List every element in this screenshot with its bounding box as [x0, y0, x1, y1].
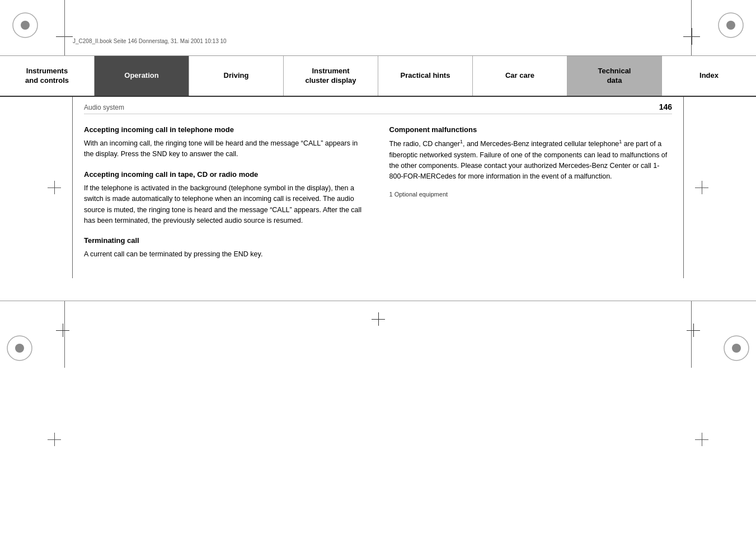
nav-item-technical-data[interactable]: Technical data	[567, 56, 662, 96]
left-column: Accepting incoming call in telephone mod…	[84, 125, 367, 267]
bottom-border-area	[0, 301, 756, 368]
nav-item-operation[interactable]: Operation	[95, 56, 189, 96]
content-area: Audio system 146 Accepting incoming call…	[73, 97, 683, 278]
nav-item-instrument-cluster[interactable]: Instrument cluster display	[284, 56, 378, 96]
right-margin	[683, 97, 756, 278]
top-right-ornament	[717, 11, 745, 39]
right-vertical-line	[691, 0, 692, 55]
section-header-row: Audio system 146	[84, 102, 672, 114]
top-border-area: J_C208_II.book Seite 146 Donnerstag, 31.…	[0, 0, 756, 56]
crosshair-bottom-center	[372, 312, 385, 326]
crosshair-bottom-left	[48, 433, 61, 446]
content-columns: Accepting incoming call in telephone mod…	[84, 125, 672, 267]
right-column: Component malfunctions The radio, CD cha…	[389, 125, 673, 267]
left-margin	[0, 97, 73, 278]
svg-point-7	[732, 344, 741, 353]
crosshair-mid-right	[695, 181, 708, 194]
nav-item-instruments[interactable]: Instruments and controls	[0, 56, 95, 96]
svg-point-5	[15, 344, 24, 353]
nav-item-practical-hints[interactable]: Practical hints	[378, 56, 473, 96]
crosshair-bottom-right	[695, 433, 708, 446]
heading-incoming-telephone: Accepting incoming call in telephone mod…	[84, 125, 367, 134]
nav-item-driving[interactable]: Driving	[189, 56, 284, 96]
heading-terminating: Terminating call	[84, 236, 367, 245]
crosshair-bottom-right-outer	[687, 324, 700, 337]
crosshair-bottom-left-outer	[56, 324, 69, 337]
main-content: Audio system 146 Accepting incoming call…	[0, 97, 756, 278]
heading-incoming-tape: Accepting incoming call in tape, CD or r…	[84, 170, 367, 179]
nav-item-index[interactable]: Index	[662, 56, 756, 96]
para-terminating: A current call can be terminated by pres…	[84, 249, 367, 260]
para-malfunctions: The radio, CD changer1, and Mercedes-Ben…	[389, 138, 673, 182]
file-info: J_C208_II.book Seite 146 Donnerstag, 31.…	[73, 38, 227, 44]
section-label: Audio system	[84, 104, 124, 111]
heading-malfunctions: Component malfunctions	[389, 125, 673, 134]
crosshair-mid-left	[48, 181, 61, 194]
crosshair-top-right	[683, 28, 700, 45]
bottom-left-ornament	[6, 334, 34, 362]
page-number: 146	[659, 102, 672, 111]
nav-item-car-care[interactable]: Car care	[473, 56, 567, 96]
top-left-ornament	[11, 11, 39, 39]
bottom-right-ornament	[722, 334, 750, 362]
svg-point-1	[21, 21, 30, 30]
para-incoming-tape: If the telephone is activated in the bac…	[84, 183, 367, 227]
svg-point-3	[726, 21, 735, 30]
navigation-bar: Instruments and controls Operation Drivi…	[0, 56, 756, 97]
left-vertical-line	[64, 0, 65, 55]
para-incoming-telephone: With an incoming call, the ringing tone …	[84, 138, 367, 160]
footnote-1: 1 Optional equipment	[389, 191, 673, 198]
